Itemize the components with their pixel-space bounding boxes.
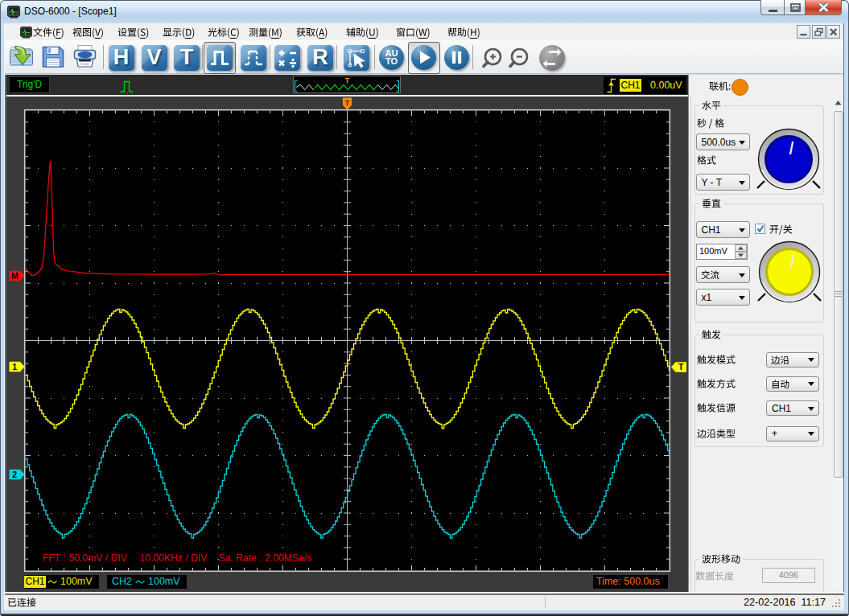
- svg-text:T: T: [345, 98, 350, 107]
- svg-text:T: T: [678, 362, 684, 372]
- svg-text:M: M: [11, 271, 19, 281]
- svg-text:10.00KHz / DIV: 10.00KHz / DIV: [139, 552, 208, 564]
- svg-text:50.0mV / DIV: 50.0mV / DIV: [68, 552, 127, 564]
- svg-text:2: 2: [12, 470, 17, 479]
- svg-text:1: 1: [12, 362, 17, 372]
- svg-text:Sa. Rate : 2.00MSa/s: Sa. Rate : 2.00MSa/s: [218, 552, 311, 564]
- svg-text:FFT :: FFT :: [43, 552, 66, 564]
